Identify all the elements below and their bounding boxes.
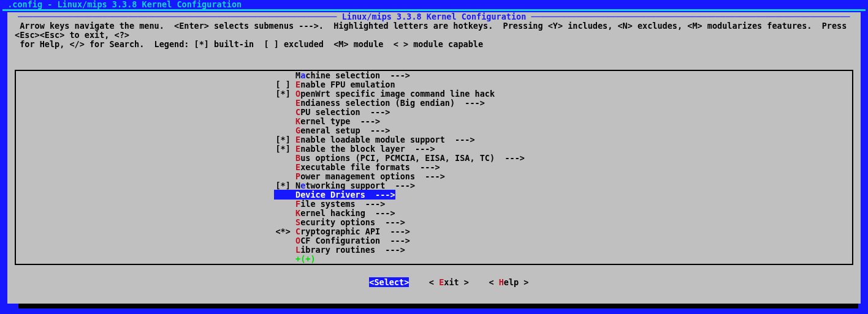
menu-list[interactable]: Machine selection --->[ ] Enable FPU emu…	[16, 71, 852, 255]
select-button[interactable]: <Select>	[369, 277, 409, 287]
window-title: .config - Linux/mips 3.3.8 Kernel Config…	[0, 0, 868, 9]
help-line-1: Arrow keys navigate the menu. <Enter> se…	[7, 21, 861, 40]
dialog-area: ────────────────────────────────────────…	[7, 12, 861, 304]
menu-item[interactable]: OCF Configuration --->	[16, 236, 852, 245]
scroll-more-indicator: +(+)	[295, 255, 852, 264]
menu-item[interactable]: Kernel type --->	[16, 117, 852, 126]
menu-item[interactable]: [*] Enable the block layer --->	[16, 144, 852, 154]
dialog: ────────────────────────────────────────…	[7, 12, 861, 304]
menu-item[interactable]: [ ] Enable FPU emulation	[16, 80, 852, 89]
menu-item[interactable]: Power management options --->	[16, 172, 852, 181]
menu-item[interactable]: General setup --->	[16, 126, 852, 135]
menu-item[interactable]: Library routines --->	[16, 245, 852, 255]
menu-item[interactable]: File systems --->	[16, 200, 852, 209]
menu-item[interactable]: [*] Enable loadable module support --->	[16, 135, 852, 144]
button-row: <Select> < Exit > < Help >	[7, 267, 861, 299]
menu-item[interactable]: <*> Cryptographic API --->	[16, 227, 852, 236]
menu-item[interactable]: Bus options (PCI, PCMCIA, EISA, ISA, TC)…	[16, 154, 852, 163]
dialog-title: ────────────────────────────────────────…	[7, 12, 861, 21]
dialog-shadow	[18, 304, 858, 308]
help-button[interactable]: < Help >	[489, 277, 528, 287]
menu-item[interactable]: Endianess selection (Big endian) --->	[16, 99, 852, 108]
menu-item[interactable]: [*] OpenWrt specific image command line …	[16, 89, 852, 99]
exit-button[interactable]: < Exit >	[429, 277, 469, 287]
menu-item[interactable]: Device Drivers --->	[16, 190, 852, 200]
title-rule	[2, 9, 866, 11]
menu-item[interactable]: [*] Networking support --->	[16, 181, 852, 190]
menu-box: Machine selection --->[ ] Enable FPU emu…	[15, 70, 853, 265]
menu-item[interactable]: CPU selection --->	[16, 108, 852, 117]
help-line-2: for Help, </> for Search. Legend: [*] bu…	[7, 40, 861, 49]
menu-item[interactable]: Executable file formats --->	[16, 163, 852, 172]
menu-item[interactable]: Kernel hacking --->	[16, 209, 852, 218]
menu-item[interactable]: Security options --->	[16, 218, 852, 227]
menu-item[interactable]: Machine selection --->	[16, 71, 852, 80]
